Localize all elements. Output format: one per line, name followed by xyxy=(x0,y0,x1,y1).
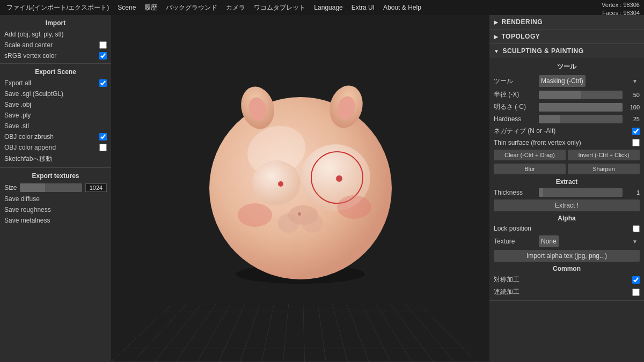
size-row: Size xyxy=(0,182,111,194)
size-input[interactable] xyxy=(85,183,107,192)
extract-button[interactable]: Extract ! xyxy=(494,200,640,211)
sculpting-content: ツール ツール Masking (-Ctrl) ▼ 半径 (-X) xyxy=(489,58,644,300)
svg-point-8 xyxy=(278,181,283,187)
menu-history[interactable]: 履歴 xyxy=(140,1,162,14)
sculpting-header[interactable]: ▼ SCULPTING & PAINTING xyxy=(489,44,644,58)
brightness-row: 明るさ (-C) 100 xyxy=(489,101,644,113)
menu-about[interactable]: About & Help xyxy=(379,2,426,13)
export-textures-title: Export textures xyxy=(0,170,111,182)
continuous-row: 連続加工 xyxy=(489,286,644,298)
export-all-row: Export all xyxy=(0,78,111,88)
svg-point-14 xyxy=(302,213,323,233)
clear-invert-row: Clear (-Ctrl + Drag) Invert (-Ctrl + Cli… xyxy=(489,148,644,162)
tool-dropdown[interactable]: Masking (-Ctrl) xyxy=(539,75,586,87)
symmetry-checkbox[interactable] xyxy=(632,276,640,284)
srgb-checkbox[interactable] xyxy=(99,52,107,60)
menu-file[interactable]: ファイル(インポート/エクスポート) xyxy=(2,1,113,14)
hardness-row: Hardness 25 xyxy=(489,113,644,125)
svg-point-7 xyxy=(252,160,301,205)
hardness-slider[interactable] xyxy=(539,115,623,123)
svg-point-16 xyxy=(337,195,371,219)
menu-scene[interactable]: Scene xyxy=(113,2,140,13)
menu-camera[interactable]: カメラ xyxy=(222,1,250,14)
radius-slider[interactable] xyxy=(539,91,623,99)
size-slider[interactable] xyxy=(20,183,82,192)
save-ply-item[interactable]: Save .ply xyxy=(0,110,111,121)
blur-sharpen-row: Blur Sharpen xyxy=(489,162,644,176)
clear-button[interactable]: Clear (-Ctrl + Drag) xyxy=(494,150,566,160)
viewport-canvas xyxy=(111,15,489,362)
cat-model xyxy=(193,65,408,290)
menu-background[interactable]: バックグラウンド xyxy=(162,1,222,14)
hardness-slider-container: 25 xyxy=(539,115,640,123)
faces-count: Faces : 98304 xyxy=(602,9,640,17)
texture-dropdown-arrow-icon: ▼ xyxy=(632,239,638,245)
alpha-title: Alpha xyxy=(489,212,644,223)
blur-button[interactable]: Blur xyxy=(494,164,566,174)
texture-row: Texture None ▼ xyxy=(489,234,644,249)
scale-center-checkbox[interactable] xyxy=(99,41,107,49)
thickness-slider[interactable] xyxy=(539,188,623,197)
menu-bar: ファイル(インポート/エクスポート) Scene 履歴 バックグラウンド カメラ… xyxy=(0,0,644,15)
obj-zbrush-checkbox[interactable] xyxy=(99,133,107,141)
lock-position-checkbox[interactable] xyxy=(633,225,640,232)
export-all-checkbox[interactable] xyxy=(99,79,107,87)
sculpting-section: ▼ SCULPTING & PAINTING ツール ツール Masking (… xyxy=(489,44,644,301)
brightness-value: 100 xyxy=(625,104,640,110)
brightness-slider[interactable] xyxy=(539,103,623,112)
dropdown-arrow-icon: ▼ xyxy=(632,78,638,84)
hardness-value: 25 xyxy=(625,116,640,122)
sketchfab-item[interactable]: Sketchfabへ移動 xyxy=(0,153,111,165)
continuous-checkbox[interactable] xyxy=(632,289,640,296)
svg-point-17 xyxy=(298,212,301,216)
menu-extra-ui[interactable]: Extra UI xyxy=(347,2,379,13)
svg-point-11 xyxy=(336,175,342,182)
sculpting-arrow: ▼ xyxy=(494,48,499,54)
tool-dropdown-wrapper: Masking (-Ctrl) ▼ xyxy=(539,75,640,87)
divider-1 xyxy=(0,63,111,64)
grid-floor xyxy=(111,302,489,362)
save-roughness-item[interactable]: Save roughness xyxy=(0,204,111,215)
svg-point-13 xyxy=(278,213,299,233)
thin-surface-row: Thin surface (front vertex only) xyxy=(489,137,644,148)
main-layout: Import Add (obj, sgl, ply, stl) Scale an… xyxy=(0,15,644,362)
vertex-count: Vertex : 98306 xyxy=(602,1,640,9)
import-title: Import xyxy=(0,17,111,29)
negative-row: ネガティブ (N or -Alt) xyxy=(489,125,644,137)
obj-append-checkbox[interactable] xyxy=(99,144,107,151)
obj-append-row: OBJ color append xyxy=(0,142,111,153)
negative-checkbox[interactable] xyxy=(632,128,640,135)
viewport[interactable] xyxy=(111,15,489,362)
texture-dropdown[interactable]: None xyxy=(539,235,559,247)
thin-surface-checkbox[interactable] xyxy=(632,139,640,146)
obj-zbrush-row: OBJ color zbrush xyxy=(0,131,111,142)
save-metalness-item[interactable]: Save metalness xyxy=(0,215,111,226)
topology-header[interactable]: ▶ TOPOLOGY xyxy=(489,29,644,43)
tools-title: ツール xyxy=(489,60,644,73)
lock-position-row: Lock position xyxy=(489,223,644,234)
thickness-slider-container: 1 xyxy=(539,188,640,197)
texture-dropdown-wrapper: None ▼ xyxy=(539,235,640,247)
add-button[interactable]: Add (obj, sgl, ply, stl) xyxy=(0,29,111,40)
save-obj-item[interactable]: Save .obj xyxy=(0,99,111,110)
tool-row: ツール Masking (-Ctrl) ▼ xyxy=(489,73,644,88)
menu-wacom[interactable]: ワコムタブレット xyxy=(250,1,310,14)
import-alpha-button[interactable]: Import alpha tex (jpg, png...) xyxy=(494,250,640,262)
extract-title: Extract xyxy=(489,176,644,187)
save-diffuse-item[interactable]: Save diffuse xyxy=(0,194,111,204)
invert-button[interactable]: Invert (-Ctrl + Click) xyxy=(568,150,640,160)
save-sgl-item[interactable]: Save .sgl (SculptGL) xyxy=(0,88,111,99)
brightness-slider-container: 100 xyxy=(539,103,640,112)
vertex-info: Vertex : 98306 Faces : 98304 xyxy=(602,1,640,18)
export-scene-title: Export Scene xyxy=(0,66,111,78)
divider-2 xyxy=(0,167,111,168)
topology-section: ▶ TOPOLOGY xyxy=(489,29,644,44)
radius-slider-container: 50 xyxy=(539,91,640,99)
svg-point-15 xyxy=(238,203,272,227)
menu-language[interactable]: Language xyxy=(310,2,347,13)
symmetry-row: 対称加工 xyxy=(489,274,644,286)
save-stl-item[interactable]: Save .stl xyxy=(0,121,111,131)
thickness-value: 1 xyxy=(625,189,640,196)
sharpen-button[interactable]: Sharpen xyxy=(568,164,640,174)
common-title: Common xyxy=(489,263,644,274)
